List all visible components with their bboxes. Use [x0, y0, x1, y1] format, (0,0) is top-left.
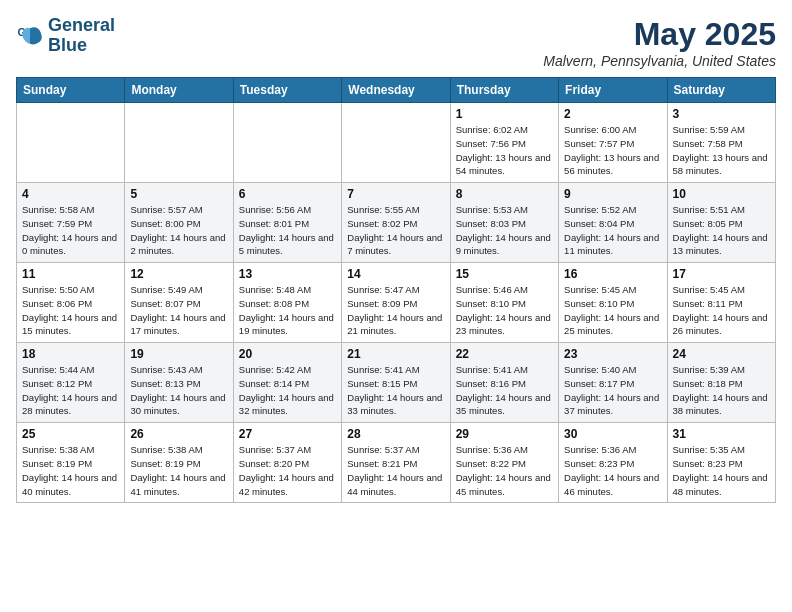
- logo: G General Blue: [16, 16, 115, 56]
- day-number: 1: [456, 107, 553, 121]
- calendar-cell: 10Sunrise: 5:51 AMSunset: 8:05 PMDayligh…: [667, 183, 775, 263]
- day-number: 18: [22, 347, 119, 361]
- day-number: 14: [347, 267, 444, 281]
- day-info: Sunrise: 5:59 AMSunset: 7:58 PMDaylight:…: [673, 123, 770, 178]
- calendar-week-row: 1Sunrise: 6:02 AMSunset: 7:56 PMDaylight…: [17, 103, 776, 183]
- calendar-cell: 17Sunrise: 5:45 AMSunset: 8:11 PMDayligh…: [667, 263, 775, 343]
- calendar-cell: 21Sunrise: 5:41 AMSunset: 8:15 PMDayligh…: [342, 343, 450, 423]
- calendar-cell: 31Sunrise: 5:35 AMSunset: 8:23 PMDayligh…: [667, 423, 775, 503]
- day-info: Sunrise: 5:42 AMSunset: 8:14 PMDaylight:…: [239, 363, 336, 418]
- day-number: 24: [673, 347, 770, 361]
- weekday-header-monday: Monday: [125, 78, 233, 103]
- day-number: 28: [347, 427, 444, 441]
- day-number: 15: [456, 267, 553, 281]
- calendar-cell: 15Sunrise: 5:46 AMSunset: 8:10 PMDayligh…: [450, 263, 558, 343]
- calendar-cell: 4Sunrise: 5:58 AMSunset: 7:59 PMDaylight…: [17, 183, 125, 263]
- calendar-cell: 5Sunrise: 5:57 AMSunset: 8:00 PMDaylight…: [125, 183, 233, 263]
- day-info: Sunrise: 6:02 AMSunset: 7:56 PMDaylight:…: [456, 123, 553, 178]
- day-number: 20: [239, 347, 336, 361]
- day-number: 19: [130, 347, 227, 361]
- calendar-cell: 13Sunrise: 5:48 AMSunset: 8:08 PMDayligh…: [233, 263, 341, 343]
- day-info: Sunrise: 5:51 AMSunset: 8:05 PMDaylight:…: [673, 203, 770, 258]
- calendar-cell: 2Sunrise: 6:00 AMSunset: 7:57 PMDaylight…: [559, 103, 667, 183]
- calendar-cell: 29Sunrise: 5:36 AMSunset: 8:22 PMDayligh…: [450, 423, 558, 503]
- title-area: May 2025 Malvern, Pennsylvania, United S…: [543, 16, 776, 69]
- weekday-header-sunday: Sunday: [17, 78, 125, 103]
- calendar-cell: 11Sunrise: 5:50 AMSunset: 8:06 PMDayligh…: [17, 263, 125, 343]
- calendar-cell: 25Sunrise: 5:38 AMSunset: 8:19 PMDayligh…: [17, 423, 125, 503]
- weekday-header-thursday: Thursday: [450, 78, 558, 103]
- day-info: Sunrise: 5:52 AMSunset: 8:04 PMDaylight:…: [564, 203, 661, 258]
- weekday-header-saturday: Saturday: [667, 78, 775, 103]
- location-title: Malvern, Pennsylvania, United States: [543, 53, 776, 69]
- month-title: May 2025: [543, 16, 776, 53]
- day-number: 23: [564, 347, 661, 361]
- calendar-cell: [17, 103, 125, 183]
- day-info: Sunrise: 5:36 AMSunset: 8:23 PMDaylight:…: [564, 443, 661, 498]
- calendar-cell: [342, 103, 450, 183]
- day-number: 30: [564, 427, 661, 441]
- day-number: 29: [456, 427, 553, 441]
- day-number: 21: [347, 347, 444, 361]
- day-info: Sunrise: 5:36 AMSunset: 8:22 PMDaylight:…: [456, 443, 553, 498]
- day-number: 16: [564, 267, 661, 281]
- day-number: 9: [564, 187, 661, 201]
- calendar-cell: 6Sunrise: 5:56 AMSunset: 8:01 PMDaylight…: [233, 183, 341, 263]
- calendar-cell: 16Sunrise: 5:45 AMSunset: 8:10 PMDayligh…: [559, 263, 667, 343]
- day-info: Sunrise: 5:45 AMSunset: 8:10 PMDaylight:…: [564, 283, 661, 338]
- calendar-cell: 8Sunrise: 5:53 AMSunset: 8:03 PMDaylight…: [450, 183, 558, 263]
- day-number: 26: [130, 427, 227, 441]
- day-info: Sunrise: 5:49 AMSunset: 8:07 PMDaylight:…: [130, 283, 227, 338]
- calendar-cell: 14Sunrise: 5:47 AMSunset: 8:09 PMDayligh…: [342, 263, 450, 343]
- logo-icon: G: [16, 22, 44, 50]
- day-info: Sunrise: 5:41 AMSunset: 8:15 PMDaylight:…: [347, 363, 444, 418]
- day-info: Sunrise: 5:55 AMSunset: 8:02 PMDaylight:…: [347, 203, 444, 258]
- day-number: 7: [347, 187, 444, 201]
- day-number: 22: [456, 347, 553, 361]
- calendar-cell: 1Sunrise: 6:02 AMSunset: 7:56 PMDaylight…: [450, 103, 558, 183]
- day-number: 13: [239, 267, 336, 281]
- day-number: 8: [456, 187, 553, 201]
- day-number: 11: [22, 267, 119, 281]
- day-info: Sunrise: 5:39 AMSunset: 8:18 PMDaylight:…: [673, 363, 770, 418]
- page-header: G General Blue May 2025 Malvern, Pennsyl…: [16, 16, 776, 69]
- calendar-cell: 9Sunrise: 5:52 AMSunset: 8:04 PMDaylight…: [559, 183, 667, 263]
- day-number: 12: [130, 267, 227, 281]
- day-info: Sunrise: 5:58 AMSunset: 7:59 PMDaylight:…: [22, 203, 119, 258]
- day-info: Sunrise: 5:38 AMSunset: 8:19 PMDaylight:…: [130, 443, 227, 498]
- weekday-header-wednesday: Wednesday: [342, 78, 450, 103]
- day-number: 17: [673, 267, 770, 281]
- day-number: 27: [239, 427, 336, 441]
- day-info: Sunrise: 5:45 AMSunset: 8:11 PMDaylight:…: [673, 283, 770, 338]
- logo-text: General Blue: [48, 16, 115, 56]
- calendar-week-row: 18Sunrise: 5:44 AMSunset: 8:12 PMDayligh…: [17, 343, 776, 423]
- day-info: Sunrise: 5:41 AMSunset: 8:16 PMDaylight:…: [456, 363, 553, 418]
- calendar-cell: 30Sunrise: 5:36 AMSunset: 8:23 PMDayligh…: [559, 423, 667, 503]
- calendar-cell: 20Sunrise: 5:42 AMSunset: 8:14 PMDayligh…: [233, 343, 341, 423]
- day-number: 25: [22, 427, 119, 441]
- day-info: Sunrise: 5:40 AMSunset: 8:17 PMDaylight:…: [564, 363, 661, 418]
- day-info: Sunrise: 5:37 AMSunset: 8:20 PMDaylight:…: [239, 443, 336, 498]
- calendar-cell: 7Sunrise: 5:55 AMSunset: 8:02 PMDaylight…: [342, 183, 450, 263]
- calendar-cell: 26Sunrise: 5:38 AMSunset: 8:19 PMDayligh…: [125, 423, 233, 503]
- calendar-cell: [233, 103, 341, 183]
- day-info: Sunrise: 5:37 AMSunset: 8:21 PMDaylight:…: [347, 443, 444, 498]
- calendar-cell: 12Sunrise: 5:49 AMSunset: 8:07 PMDayligh…: [125, 263, 233, 343]
- calendar-cell: 3Sunrise: 5:59 AMSunset: 7:58 PMDaylight…: [667, 103, 775, 183]
- calendar-week-row: 4Sunrise: 5:58 AMSunset: 7:59 PMDaylight…: [17, 183, 776, 263]
- calendar-cell: 22Sunrise: 5:41 AMSunset: 8:16 PMDayligh…: [450, 343, 558, 423]
- day-info: Sunrise: 5:43 AMSunset: 8:13 PMDaylight:…: [130, 363, 227, 418]
- day-info: Sunrise: 6:00 AMSunset: 7:57 PMDaylight:…: [564, 123, 661, 178]
- calendar-cell: 23Sunrise: 5:40 AMSunset: 8:17 PMDayligh…: [559, 343, 667, 423]
- day-info: Sunrise: 5:53 AMSunset: 8:03 PMDaylight:…: [456, 203, 553, 258]
- day-number: 31: [673, 427, 770, 441]
- day-number: 4: [22, 187, 119, 201]
- day-info: Sunrise: 5:47 AMSunset: 8:09 PMDaylight:…: [347, 283, 444, 338]
- calendar-week-row: 25Sunrise: 5:38 AMSunset: 8:19 PMDayligh…: [17, 423, 776, 503]
- calendar-cell: [125, 103, 233, 183]
- day-number: 5: [130, 187, 227, 201]
- day-info: Sunrise: 5:48 AMSunset: 8:08 PMDaylight:…: [239, 283, 336, 338]
- calendar-cell: 27Sunrise: 5:37 AMSunset: 8:20 PMDayligh…: [233, 423, 341, 503]
- calendar-cell: 28Sunrise: 5:37 AMSunset: 8:21 PMDayligh…: [342, 423, 450, 503]
- calendar-cell: 18Sunrise: 5:44 AMSunset: 8:12 PMDayligh…: [17, 343, 125, 423]
